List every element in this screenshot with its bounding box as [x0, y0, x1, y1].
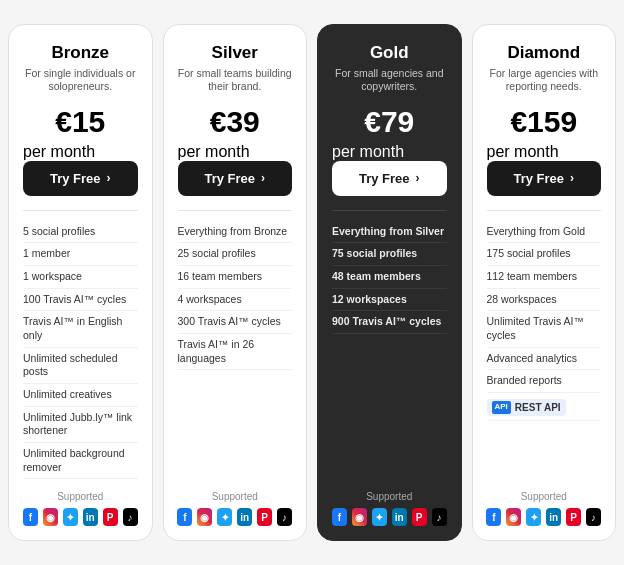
plan-amount-silver: €39	[178, 105, 293, 139]
pinterest-icon: P	[412, 508, 427, 526]
supported-label-bronze: Supported	[23, 491, 138, 502]
plan-amount-bronze: €15	[23, 105, 138, 139]
divider-silver	[178, 210, 293, 211]
instagram-icon: ◉	[352, 508, 367, 526]
feature-item-bronze-6: Unlimited creatives	[23, 384, 138, 407]
per-month-gold: per month	[332, 143, 447, 161]
tiktok-icon: ♪	[277, 508, 292, 526]
feature-item-silver-0: Everything from Bronze	[178, 221, 293, 244]
facebook-icon: f	[332, 508, 347, 526]
plan-footer-diamond: Supportedf◉✦inP♪	[487, 491, 602, 526]
try-free-label-bronze: Try Free	[50, 171, 101, 186]
api-icon: API	[492, 401, 511, 413]
facebook-icon: f	[486, 508, 501, 526]
feature-item-gold-0: Everything from Silver	[332, 221, 447, 244]
facebook-icon: f	[177, 508, 192, 526]
per-month-bronze: per month	[23, 143, 138, 161]
plan-price-silver: €39	[178, 105, 293, 139]
feature-item-bronze-0: 5 social profiles	[23, 221, 138, 244]
twitter-icon: ✦	[63, 508, 78, 526]
supported-label-diamond: Supported	[487, 491, 602, 502]
try-free-button-silver[interactable]: Try Free ›	[178, 161, 293, 196]
divider-bronze	[23, 210, 138, 211]
plan-footer-silver: Supportedf◉✦inP♪	[178, 491, 293, 526]
try-free-button-bronze[interactable]: Try Free ›	[23, 161, 138, 196]
plan-desc-bronze: For single individuals or solopreneurs.	[23, 67, 138, 95]
instagram-icon: ◉	[197, 508, 212, 526]
try-free-label-gold: Try Free	[359, 171, 410, 186]
twitter-icon: ✦	[372, 508, 387, 526]
twitter-icon: ✦	[526, 508, 541, 526]
feature-item-bronze-1: 1 member	[23, 243, 138, 266]
divider-gold	[332, 210, 447, 211]
supported-label-silver: Supported	[178, 491, 293, 502]
plan-name-silver: Silver	[178, 43, 293, 63]
try-free-button-diamond[interactable]: Try Free ›	[487, 161, 602, 196]
feature-item-silver-4: 300 Travis AI™ cycles	[178, 311, 293, 334]
plan-price-gold: €79	[332, 105, 447, 139]
linkedin-icon: in	[237, 508, 252, 526]
plan-price-diamond: €159	[487, 105, 602, 139]
arrow-icon-gold: ›	[416, 171, 420, 185]
plan-name-diamond: Diamond	[487, 43, 602, 63]
features-list-gold: Everything from Silver75 social profiles…	[332, 221, 447, 479]
pinterest-icon: P	[103, 508, 118, 526]
plan-desc-diamond: For large agencies with reporting needs.	[487, 67, 602, 95]
feature-item-bronze-7: Unlimited Jubb.ly™ link shortener	[23, 407, 138, 443]
try-free-label-silver: Try Free	[204, 171, 255, 186]
plan-card-gold: GoldFor small agencies and copywriters.€…	[317, 24, 462, 541]
divider-diamond	[487, 210, 602, 211]
plan-desc-gold: For small agencies and copywriters.	[332, 67, 447, 95]
feature-item-bronze-3: 100 Travis AI™ cycles	[23, 289, 138, 312]
linkedin-icon: in	[546, 508, 561, 526]
feature-item-silver-5: Travis AI™ in 26 languages	[178, 334, 293, 370]
twitter-icon: ✦	[217, 508, 232, 526]
linkedin-icon: in	[392, 508, 407, 526]
plan-amount-gold: €79	[332, 105, 447, 139]
plan-card-bronze: BronzeFor single individuals or solopren…	[8, 24, 153, 541]
tiktok-icon: ♪	[123, 508, 138, 526]
feature-item-diamond-6: Branded reports	[487, 370, 602, 393]
social-icons-diamond: f◉✦inP♪	[487, 508, 602, 526]
instagram-icon: ◉	[43, 508, 58, 526]
pinterest-icon: P	[566, 508, 581, 526]
social-icons-gold: f◉✦inP♪	[332, 508, 447, 526]
plan-name-bronze: Bronze	[23, 43, 138, 63]
plan-price-bronze: €15	[23, 105, 138, 139]
social-icons-bronze: f◉✦inP♪	[23, 508, 138, 526]
linkedin-icon: in	[83, 508, 98, 526]
arrow-icon-diamond: ›	[570, 171, 574, 185]
feature-item-diamond-4: Unlimited Travis AI™ cycles	[487, 311, 602, 347]
feature-item-bronze-5: Unlimited scheduled posts	[23, 348, 138, 384]
feature-item-diamond-7: API REST API	[487, 393, 602, 421]
feature-item-bronze-8: Unlimited background remover	[23, 443, 138, 479]
feature-item-silver-3: 4 workspaces	[178, 289, 293, 312]
plan-card-silver: SilverFor small teams building their bra…	[163, 24, 308, 541]
plan-card-diamond: DiamondFor large agencies with reporting…	[472, 24, 617, 541]
rest-api-badge-diamond: API REST API	[487, 399, 566, 416]
per-month-diamond: per month	[487, 143, 602, 161]
feature-item-silver-2: 16 team members	[178, 266, 293, 289]
arrow-icon-silver: ›	[261, 171, 265, 185]
instagram-icon: ◉	[506, 508, 521, 526]
feature-item-bronze-2: 1 workspace	[23, 266, 138, 289]
pinterest-icon: P	[257, 508, 272, 526]
feature-item-bronze-4: Travis AI™ in English only	[23, 311, 138, 347]
feature-item-gold-1: 75 social profiles	[332, 243, 447, 266]
feature-item-gold-4: 900 Travis AI™ cycles	[332, 311, 447, 334]
social-icons-silver: f◉✦inP♪	[178, 508, 293, 526]
plan-footer-gold: Supportedf◉✦inP♪	[332, 491, 447, 526]
plan-footer-bronze: Supportedf◉✦inP♪	[23, 491, 138, 526]
try-free-label-diamond: Try Free	[513, 171, 564, 186]
feature-item-diamond-5: Advanced analytics	[487, 348, 602, 371]
plan-name-gold: Gold	[332, 43, 447, 63]
feature-item-diamond-1: 175 social profiles	[487, 243, 602, 266]
feature-item-diamond-2: 112 team members	[487, 266, 602, 289]
try-free-button-gold[interactable]: Try Free ›	[332, 161, 447, 196]
features-list-silver: Everything from Bronze25 social profiles…	[178, 221, 293, 479]
feature-item-gold-3: 12 workspaces	[332, 289, 447, 312]
feature-item-diamond-0: Everything from Gold	[487, 221, 602, 244]
feature-item-diamond-3: 28 workspaces	[487, 289, 602, 312]
plan-amount-diamond: €159	[487, 105, 602, 139]
rest-api-label: REST API	[515, 401, 561, 414]
